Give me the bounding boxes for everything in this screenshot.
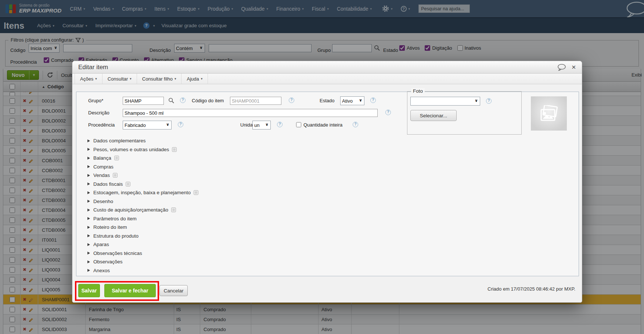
modal-form: Grupo* ? Código do item ? Estado Ativo ?… (76, 92, 579, 276)
chevron-down-icon: ▾ (201, 77, 203, 81)
chevron-right-icon (87, 243, 90, 246)
modal-title-bar: Editar item ✕ (72, 61, 582, 74)
section-dados-complementares[interactable]: Dados complementares (87, 136, 198, 145)
unidade-select-wrap: un (252, 121, 271, 129)
quantidade-inteira-checkbox[interactable] (296, 122, 301, 127)
chevron-down-icon: ▾ (95, 77, 97, 81)
grupo-input[interactable] (123, 97, 164, 105)
modal-menubar: Ações▾Consultar▾Consultar filho▾Ajuda▾ (72, 74, 582, 84)
estado-label: Estado (320, 98, 334, 103)
image-icon (539, 105, 559, 122)
procedencia-label: Procedência (88, 122, 115, 128)
section-vendas[interactable]: Vendas (87, 171, 198, 180)
close-icon[interactable]: ✕ (571, 64, 576, 71)
section-balanc-a[interactable]: Balança (87, 154, 198, 163)
notes-icon (126, 182, 130, 186)
chevron-right-icon (87, 217, 90, 220)
chevron-right-icon (87, 174, 90, 177)
codigo-item-label: Código do item (192, 98, 224, 103)
codigo-item-input (230, 97, 281, 105)
section-para-metros-do-item[interactable]: Parâmetros do item (87, 214, 198, 223)
search-icon[interactable] (168, 97, 175, 104)
quantidade-inteira-label: Quantidade inteira (303, 122, 342, 128)
help-icon[interactable]: ? (385, 110, 391, 115)
section-observac-o-es[interactable]: Observações (87, 257, 198, 266)
chevron-right-icon (87, 182, 90, 185)
cancel-button[interactable]: Cancelar (159, 285, 188, 296)
selecionar-button[interactable]: Selecionar... (410, 110, 457, 121)
estado-select[interactable]: Ativo (340, 96, 364, 105)
edit-item-modal: Editar item ✕ Ações▾Consultar▾Consultar … (72, 61, 582, 303)
chevron-right-icon (87, 234, 90, 237)
notes-icon (194, 190, 198, 195)
procedencia-select[interactable]: Fabricado (123, 121, 172, 129)
chevron-right-icon (87, 148, 90, 151)
foto-select-wrap (410, 97, 480, 106)
help-icon[interactable]: ? (289, 97, 294, 103)
modal-menu-ac-o-es[interactable]: Ações▾ (75, 74, 102, 84)
section-anexos[interactable]: Anexos (87, 266, 198, 275)
help-icon[interactable]: ? (178, 122, 183, 127)
chevron-down-icon: ▾ (130, 77, 132, 81)
help-icon[interactable]: ? (180, 97, 186, 103)
section-estrutura-do-produto[interactable]: Estrutura do produto (87, 232, 198, 241)
chevron-right-icon (87, 139, 90, 142)
comment-bubble-icon[interactable] (557, 64, 566, 71)
section-estocagem-inspec-a-o-baixa-e-planejamento[interactable]: Estocagem, inspeção, baixa e planejament… (87, 188, 198, 197)
section-observac-o-es-te-cnicas[interactable]: Observações técnicas (87, 249, 198, 258)
chevron-right-icon (87, 165, 90, 168)
chevron-right-icon (87, 157, 90, 160)
estado-select-wrap: Ativo (340, 96, 364, 105)
modal-menu-ajuda[interactable]: Ajuda▾ (181, 74, 208, 84)
section-compras[interactable]: Compras (87, 163, 198, 171)
collapsible-sections: Dados complementaresPesos, volumes e out… (87, 136, 198, 275)
section-roteiro-do-item[interactable]: Roteiro do item (87, 223, 198, 232)
chevron-right-icon (87, 200, 90, 203)
modal-menu-consultar[interactable]: Consultar▾ (102, 74, 137, 84)
help-icon[interactable]: ? (486, 98, 492, 104)
section-desenho[interactable]: Desenho (87, 197, 198, 206)
procedencia-select-wrap: Fabricado (123, 121, 172, 129)
foto-fieldset: Foto ? Selecionar... (407, 91, 522, 135)
notes-icon (113, 173, 118, 178)
foto-legend: Foto (411, 88, 425, 94)
chevron-down-icon: ▾ (175, 77, 176, 81)
chevron-right-icon (87, 252, 90, 255)
descricao-label: Descrição (88, 110, 109, 116)
created-timestamp: Criado em 17/07/2025 08:46:42 por MXP. (488, 286, 575, 292)
descricao-input[interactable] (123, 109, 378, 117)
section-pesos-volumes-e-outras-unidades[interactable]: Pesos, volumes e outras unidades (87, 145, 198, 154)
annotation-highlight (75, 281, 159, 301)
section-custo-de-aquisic-a-o-orc-amentac-a-o[interactable]: Custo de aquisição/orçamentação (87, 206, 198, 214)
chevron-right-icon (87, 260, 90, 263)
section-aparas[interactable]: Aparas (87, 240, 198, 249)
chevron-right-icon (87, 269, 90, 272)
help-icon[interactable]: ? (353, 122, 358, 127)
help-icon[interactable]: ? (370, 97, 376, 103)
foto-select[interactable] (410, 97, 480, 106)
notes-icon (172, 147, 177, 152)
unidade-select[interactable]: un (252, 121, 271, 129)
notes-icon (171, 207, 176, 212)
chevron-right-icon (87, 226, 90, 229)
section-dados-fiscais[interactable]: Dados fiscais (87, 180, 198, 189)
photo-placeholder (531, 96, 567, 131)
grupo-label: Grupo* (88, 98, 103, 103)
help-icon[interactable]: ? (277, 122, 283, 127)
notes-icon (114, 156, 119, 160)
modal-menu-consultar-filho[interactable]: Consultar filho▾ (137, 74, 182, 84)
chevron-right-icon (87, 209, 90, 212)
modal-title: Editar item (78, 64, 108, 71)
chevron-right-icon (87, 191, 90, 194)
